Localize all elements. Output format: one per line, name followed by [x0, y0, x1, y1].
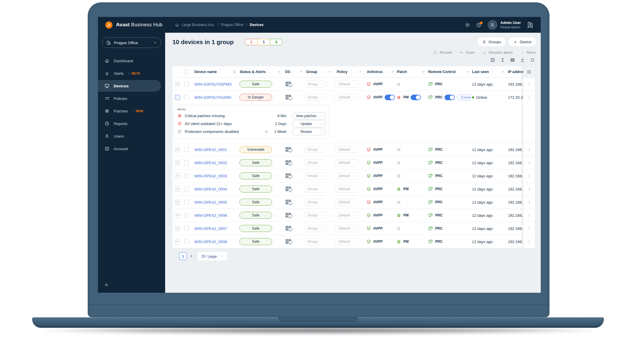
header-patch[interactable]: Patch: [395, 66, 426, 77]
header-os[interactable]: OS: [282, 66, 304, 77]
sidebar-item-dashboard[interactable]: Dashboard: [98, 55, 165, 67]
restart-action[interactable]: Restart: [433, 50, 452, 55]
count-danger[interactable]: 1: [245, 39, 257, 45]
row-expander[interactable]: [175, 239, 180, 244]
row-checkbox[interactable]: [184, 82, 189, 86]
row-menu-button[interactable]: [527, 240, 531, 244]
user-menu[interactable]: Admin User Global Admin: [488, 20, 521, 30]
row-menu-button[interactable]: [527, 200, 531, 204]
group-dropdown[interactable]: Group: [304, 172, 327, 179]
site-selector[interactable]: Prague Office: [102, 37, 161, 48]
row-checkbox[interactable]: [184, 213, 189, 218]
device-name-link[interactable]: WIN-OPE42_0002: [194, 161, 227, 165]
group-dropdown[interactable]: Group: [304, 146, 327, 153]
group-dropdown[interactable]: Group: [304, 81, 327, 88]
breadcrumb-item[interactable]: Prague Office: [221, 23, 243, 27]
sort-icon[interactable]: [291, 70, 295, 74]
row-checkbox[interactable]: [184, 200, 189, 204]
policy-dropdown[interactable]: Default: [335, 146, 359, 153]
row-expander[interactable]: [175, 226, 180, 231]
row-checkbox[interactable]: [184, 160, 189, 165]
view-patches-button[interactable]: View patches: [292, 112, 326, 119]
group-dropdown[interactable]: Group: [304, 186, 327, 193]
row-checkbox[interactable]: [184, 147, 189, 152]
prev-page-button[interactable]: [172, 254, 177, 258]
filter-icon[interactable]: [299, 70, 303, 74]
header-policy[interactable]: Policy: [333, 66, 363, 77]
header-status[interactable]: Status & Alerts: [238, 66, 282, 77]
policy-dropdown[interactable]: Default: [335, 199, 359, 206]
device-name-link[interactable]: WIN-OPE42_0004: [194, 187, 227, 191]
row-menu-button[interactable]: [527, 226, 531, 231]
row-expander[interactable]: [175, 174, 180, 178]
device-name-link[interactable]: WIN-OPE42_0007: [194, 226, 227, 231]
filter-icon[interactable]: [390, 70, 394, 74]
filter-icon[interactable]: [277, 70, 281, 74]
policy-dropdown[interactable]: Default: [335, 238, 359, 245]
group-dropdown[interactable]: Group: [304, 212, 327, 219]
filter-icon[interactable]: [421, 70, 425, 74]
row-checkbox[interactable]: [184, 226, 189, 231]
settings-button[interactable]: [465, 22, 470, 28]
sidebar-item-policies[interactable]: Policies: [98, 93, 165, 104]
sort-icon[interactable]: [218, 70, 221, 74]
refresh-button[interactable]: [530, 58, 535, 63]
scan-action[interactable]: Scan: [459, 50, 475, 55]
sidebar-item-devices[interactable]: Devices: [98, 80, 161, 92]
device-name-link[interactable]: WIN-O3POLFGIZMA: [194, 95, 231, 100]
sort-icon[interactable]: [319, 70, 322, 74]
policy-dropdown[interactable]: Default: [335, 186, 359, 193]
count-safe[interactable]: 8: [270, 39, 283, 45]
sidebar-item-alerts[interactable]: Alerts BETA: [98, 67, 165, 79]
header-antivirus[interactable]: Antivirus: [363, 66, 395, 77]
restart-alert-button[interactable]: Restart: [292, 128, 326, 135]
policy-dropdown[interactable]: Default: [335, 212, 359, 219]
expand-all-button[interactable]: [490, 58, 495, 63]
row-checkbox[interactable]: [184, 239, 189, 244]
group-dropdown[interactable]: Group: [304, 238, 327, 245]
row-menu-button[interactable]: [527, 82, 531, 86]
header-group[interactable]: Group: [304, 66, 333, 77]
policy-dropdown[interactable]: Default: [335, 159, 359, 166]
antivirus-toggle[interactable]: [385, 95, 395, 100]
groups-button[interactable]: Groups: [478, 37, 506, 46]
chevron-down-icon[interactable]: [322, 122, 325, 125]
sort-icon[interactable]: [490, 70, 493, 74]
search-icon[interactable]: [232, 70, 236, 74]
policy-dropdown[interactable]: Default: [335, 81, 359, 88]
device-name-link[interactable]: WIN-OPE42_0005: [194, 200, 227, 204]
select-all-checkbox[interactable]: [184, 70, 189, 74]
patch-toggle[interactable]: [411, 95, 421, 100]
row-checkbox[interactable]: [184, 187, 189, 191]
row-height-button[interactable]: [500, 58, 505, 63]
resolve-alerts-action[interactable]: Resolve alerts: [482, 50, 513, 55]
row-checkbox[interactable]: [184, 95, 189, 100]
more-action[interactable]: More: [520, 50, 535, 55]
header-last-seen[interactable]: Last seen: [471, 66, 506, 77]
column-settings-button[interactable]: [523, 66, 535, 77]
row-checkbox[interactable]: [184, 174, 189, 178]
current-page-button[interactable]: 1: [179, 252, 187, 260]
group-dropdown[interactable]: Group: [304, 199, 327, 206]
group-dropdown[interactable]: Group: [304, 225, 327, 232]
chevron-down-icon[interactable]: [322, 115, 325, 117]
sidebar-item-users[interactable]: Users: [98, 130, 165, 142]
row-expander[interactable]: [175, 160, 180, 165]
sort-icon[interactable]: [267, 70, 270, 74]
help-button[interactable]: [476, 22, 482, 28]
row-menu-button[interactable]: [527, 213, 531, 218]
row-expander[interactable]: [175, 82, 180, 87]
row-menu-button[interactable]: [527, 161, 531, 165]
device-name-link[interactable]: WIN-O3POLFGIPMS: [194, 82, 232, 86]
device-name-link[interactable]: WIN-OPE42_0001: [194, 148, 227, 152]
chevron-down-icon[interactable]: [322, 130, 325, 133]
sidebar-item-reports[interactable]: Reports: [98, 118, 165, 129]
sidebar-item-patches[interactable]: Patches NEW: [98, 105, 165, 117]
device-name-link[interactable]: WIN-OPE42_0003: [194, 174, 227, 178]
company-switcher-button[interactable]: [527, 21, 534, 28]
row-expander[interactable]: [175, 95, 180, 100]
connect-button[interactable]: Connect: [457, 95, 471, 100]
remote-control-toggle[interactable]: [445, 95, 455, 100]
sidebar-collapse-button[interactable]: [104, 282, 109, 289]
group-dropdown[interactable]: Group: [304, 159, 327, 166]
